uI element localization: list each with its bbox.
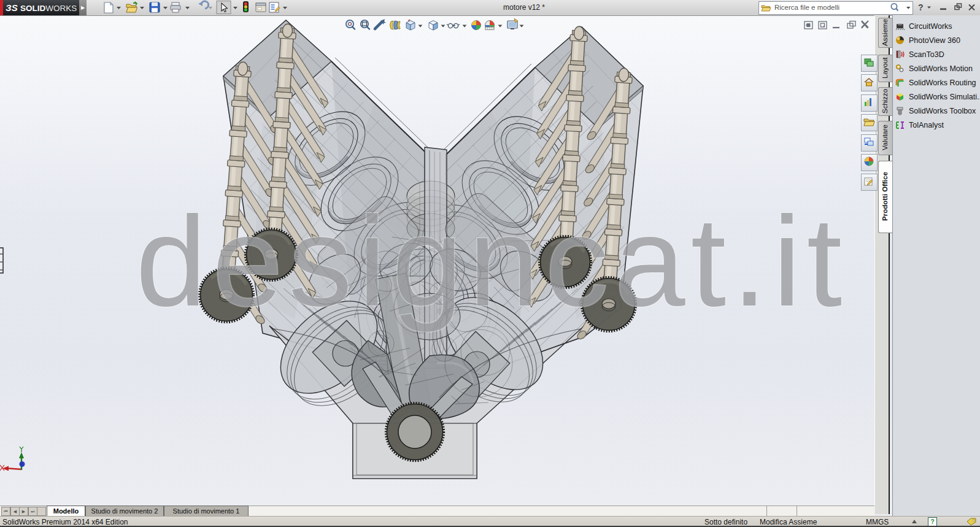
svg-text:ЗS: ЗS	[6, 2, 18, 13]
svg-text:designcat.it: designcat.it	[136, 190, 847, 333]
svg-text:SOLIDWORKS: SOLIDWORKS	[20, 4, 77, 13]
svg-text:?: ?	[918, 2, 924, 12]
